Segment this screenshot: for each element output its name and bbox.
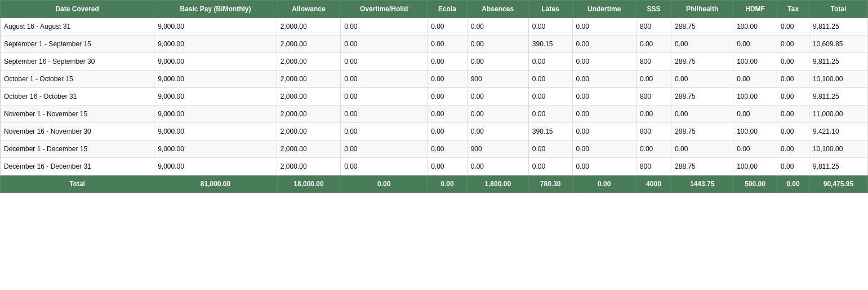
cell-lates: 0.00 <box>528 140 572 158</box>
table-row: October 16 - October 319,000.002,000.000… <box>1 88 868 106</box>
cell-undertime: 0.00 <box>572 106 636 123</box>
col-absences: Absences <box>467 1 528 18</box>
table-row: December 16 - December 319,000.002,000.0… <box>1 158 868 175</box>
cell-sss: 0.00 <box>636 140 671 158</box>
cell-sss: 0.00 <box>636 36 671 53</box>
cell-sss: 800 <box>636 18 671 36</box>
cell-ecola: 0.00 <box>428 71 467 88</box>
cell-total: 9,811.25 <box>809 158 867 175</box>
cell-undertime: 0.00 <box>572 18 636 36</box>
footer-total: 90,475.95 <box>809 175 867 193</box>
cell-overtime: 0.00 <box>341 71 428 88</box>
footer-lates: 780.30 <box>528 175 572 193</box>
footer-tax: 0.00 <box>777 175 809 193</box>
table-row: August 16 - August 319,000.002,000.000.0… <box>1 18 868 36</box>
cell-tax: 0.00 <box>777 36 809 53</box>
cell-tax: 0.00 <box>777 140 809 158</box>
cell-absences: 0.00 <box>467 123 528 140</box>
footer-allowance: 18,000.00 <box>277 175 340 193</box>
cell-basic_pay: 9,000.00 <box>154 88 277 106</box>
cell-total: 9,811.25 <box>809 88 867 106</box>
cell-total: 9,421.10 <box>809 123 867 140</box>
cell-date: November 16 - November 30 <box>1 123 154 140</box>
cell-hdmf: 0.00 <box>733 140 777 158</box>
cell-philhealth: 288.75 <box>671 53 733 71</box>
table-row: November 1 - November 159,000.002,000.00… <box>1 106 868 123</box>
cell-philhealth: 288.75 <box>671 123 733 140</box>
cell-tax: 0.00 <box>777 158 809 175</box>
cell-overtime: 0.00 <box>341 18 428 36</box>
cell-allowance: 2,000.00 <box>277 106 340 123</box>
cell-ecola: 0.00 <box>428 106 467 123</box>
footer-sss: 4000 <box>636 175 671 193</box>
cell-tax: 0.00 <box>777 123 809 140</box>
cell-sss: 0.00 <box>636 106 671 123</box>
cell-absences: 900 <box>467 71 528 88</box>
col-date: Date Covered <box>1 1 154 18</box>
cell-philhealth: 0.00 <box>671 36 733 53</box>
cell-philhealth: 288.75 <box>671 158 733 175</box>
cell-allowance: 2,000.00 <box>277 123 340 140</box>
cell-basic_pay: 9,000.00 <box>154 18 277 36</box>
table-row: September 16 - September 309,000.002,000… <box>1 53 868 71</box>
cell-basic_pay: 9,000.00 <box>154 71 277 88</box>
col-overtime: Overtime/Holid <box>341 1 428 18</box>
cell-lates: 0.00 <box>528 106 572 123</box>
cell-philhealth: 0.00 <box>671 71 733 88</box>
table-row: September 1 - September 159,000.002,000.… <box>1 36 868 53</box>
table-row: November 16 - November 309,000.002,000.0… <box>1 123 868 140</box>
footer-undertime: 0.00 <box>572 175 636 193</box>
cell-tax: 0.00 <box>777 88 809 106</box>
cell-undertime: 0.00 <box>572 88 636 106</box>
cell-allowance: 2,000.00 <box>277 88 340 106</box>
col-ecola: Ecola <box>428 1 467 18</box>
footer-ecola: 0.00 <box>428 175 467 193</box>
cell-basic_pay: 9,000.00 <box>154 140 277 158</box>
cell-total: 10,609.85 <box>809 36 867 53</box>
footer-absences: 1,800.00 <box>467 175 528 193</box>
cell-overtime: 0.00 <box>341 158 428 175</box>
cell-sss: 800 <box>636 123 671 140</box>
cell-overtime: 0.00 <box>341 88 428 106</box>
cell-lates: 0.00 <box>528 18 572 36</box>
cell-basic_pay: 9,000.00 <box>154 106 277 123</box>
cell-undertime: 0.00 <box>572 53 636 71</box>
col-total: Total <box>809 1 867 18</box>
cell-sss: 0.00 <box>636 71 671 88</box>
cell-allowance: 2,000.00 <box>277 71 340 88</box>
cell-undertime: 0.00 <box>572 123 636 140</box>
cell-overtime: 0.00 <box>341 53 428 71</box>
col-allowance: Allowance <box>277 1 340 18</box>
cell-total: 10,100.00 <box>809 140 867 158</box>
cell-lates: 0.00 <box>528 53 572 71</box>
footer-philhealth: 1443.75 <box>671 175 733 193</box>
cell-sss: 800 <box>636 158 671 175</box>
cell-hdmf: 0.00 <box>733 71 777 88</box>
cell-philhealth: 288.75 <box>671 88 733 106</box>
cell-overtime: 0.00 <box>341 106 428 123</box>
cell-tax: 0.00 <box>777 53 809 71</box>
cell-ecola: 0.00 <box>428 36 467 53</box>
cell-tax: 0.00 <box>777 71 809 88</box>
table-row: October 1 - October 159,000.002,000.000.… <box>1 71 868 88</box>
cell-sss: 800 <box>636 88 671 106</box>
cell-total: 9,811.25 <box>809 18 867 36</box>
cell-ecola: 0.00 <box>428 140 467 158</box>
footer-label: Total <box>1 175 154 193</box>
table-row: December 1 - December 159,000.002,000.00… <box>1 140 868 158</box>
cell-ecola: 0.00 <box>428 88 467 106</box>
cell-basic_pay: 9,000.00 <box>154 53 277 71</box>
cell-overtime: 0.00 <box>341 36 428 53</box>
footer-basic-pay: 81,000.00 <box>154 175 277 193</box>
cell-date: September 1 - September 15 <box>1 36 154 53</box>
cell-date: November 1 - November 15 <box>1 106 154 123</box>
cell-ecola: 0.00 <box>428 123 467 140</box>
cell-allowance: 2,000.00 <box>277 53 340 71</box>
cell-philhealth: 288.75 <box>671 18 733 36</box>
cell-philhealth: 0.00 <box>671 106 733 123</box>
cell-allowance: 2,000.00 <box>277 18 340 36</box>
header-row: Date Covered Basic Pay (BiMonthly) Allow… <box>1 1 868 18</box>
cell-overtime: 0.00 <box>341 123 428 140</box>
cell-basic_pay: 9,000.00 <box>154 36 277 53</box>
col-undertime: Undertime <box>572 1 636 18</box>
